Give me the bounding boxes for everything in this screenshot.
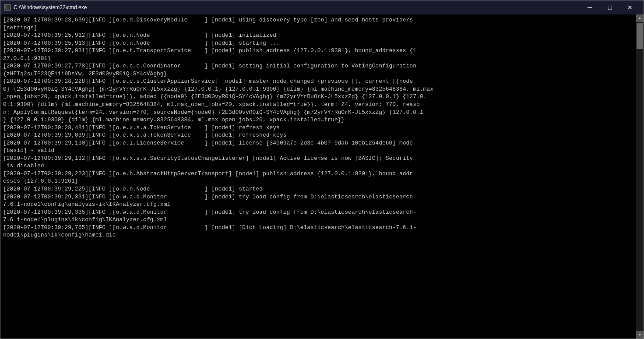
scrollbar: ▲ ▼ [636, 14, 644, 339]
cmd-window: C C:\Windows\system32\cmd.exe ─ □ ✕ [202… [0, 0, 644, 339]
app-icon: C [4, 4, 11, 11]
scrollbar-thumb[interactable] [637, 23, 643, 49]
window-title: C:\Windows\system32\cmd.exe [14, 4, 580, 11]
maximize-button[interactable]: □ [600, 0, 620, 14]
title-bar: C C:\Windows\system32\cmd.exe ─ □ ✕ [0, 0, 644, 14]
console-body: [2020-07-12T00:39:23,699][INFO ][o.e.d.D… [0, 14, 644, 339]
console-content: [2020-07-12T00:39:23,699][INFO ][o.e.d.D… [0, 14, 636, 339]
close-button[interactable]: ✕ [620, 0, 640, 14]
scroll-up-button[interactable]: ▲ [636, 14, 644, 22]
scrollbar-track[interactable] [636, 22, 644, 331]
scroll-down-button[interactable]: ▼ [636, 331, 644, 339]
window-controls: ─ □ ✕ [580, 0, 640, 14]
console-output: [2020-07-12T00:39:23,699][INFO ][o.e.d.D… [3, 16, 634, 239]
svg-text:C: C [5, 5, 8, 10]
minimize-button[interactable]: ─ [580, 0, 600, 14]
